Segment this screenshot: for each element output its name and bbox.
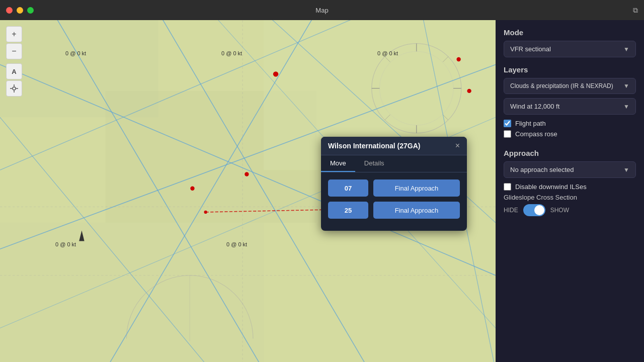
runway-row-25: 25 Final Approach [328, 202, 460, 219]
glideslope-label: Glideslope Cross Section [504, 194, 636, 201]
expand-icon: ⧉ [633, 6, 638, 14]
text-tool-button[interactable]: A [6, 63, 22, 79]
svg-point-35 [467, 89, 471, 93]
tab-move[interactable]: Move [321, 155, 355, 172]
glideslope-section: Glideslope Cross Section HIDE SHOW [504, 194, 636, 216]
airport-popup: Wilson International (27GA) × Move Detai… [321, 137, 467, 231]
map-controls: + − A [6, 26, 22, 97]
minimize-button[interactable] [17, 7, 23, 14]
compass-rose-checkbox[interactable] [504, 130, 511, 138]
popup-title: Wilson International (27GA) [328, 142, 420, 150]
toggle-show-label: SHOW [550, 207, 569, 214]
location-button[interactable] [6, 80, 22, 97]
runway-07-button[interactable]: 07 [328, 179, 368, 197]
svg-point-38 [13, 87, 16, 90]
tab-details[interactable]: Details [355, 155, 393, 172]
close-button[interactable] [6, 7, 13, 14]
toggle-thumb [534, 205, 544, 215]
wind-label-tr: 0 @ 0 kt [377, 50, 398, 56]
layers-dd1-selected: Clouds & precipitation (IR & NEXRAD) [510, 82, 613, 89]
popup-tabs: Move Details [321, 155, 467, 172]
approach-dropdown[interactable]: No approach selected ▼ [504, 161, 636, 178]
flight-path-checkbox[interactable] [504, 120, 511, 127]
svg-point-33 [204, 211, 207, 214]
window-title: Map [315, 7, 328, 14]
layers-dropdown-1[interactable]: Clouds & precipitation (IR & NEXRAD) ▼ [504, 78, 636, 94]
compass-rose-label: Compass rose [515, 130, 557, 138]
runway-25-button[interactable]: 25 [328, 202, 368, 219]
disable-downwind-label: Disable downwind ILSes [515, 183, 587, 191]
wind-label-tc: 0 @ 0 kt [221, 50, 242, 56]
mode-selected: VFR sectional [510, 45, 551, 53]
flight-path-label: Flight path [515, 120, 546, 127]
zoom-in-button[interactable]: + [6, 26, 22, 42]
map-area[interactable]: + − A 0 @ 0 kt 0 @ 0 kt 0 @ 0 kt 0 @ 0 k… [0, 20, 496, 362]
main-layout: + − A 0 @ 0 kt 0 @ 0 kt 0 @ 0 kt 0 @ 0 k… [0, 20, 644, 362]
compass-rose-row: Compass rose [504, 130, 636, 138]
maximize-button[interactable] [27, 7, 34, 14]
mode-label: Mode [504, 28, 636, 37]
popup-close-button[interactable]: × [455, 142, 460, 150]
title-bar-right: ⧉ [633, 6, 638, 15]
toggle-row: HIDE SHOW [504, 204, 636, 216]
wind-label-bc: 0 @ 0 kt [226, 241, 247, 247]
disable-downwind-checkbox[interactable] [504, 183, 511, 191]
runway-row-07: 07 Final Approach [328, 179, 460, 197]
glideslope-toggle[interactable] [523, 204, 545, 216]
svg-rect-4 [0, 223, 264, 362]
title-bar-buttons [6, 7, 34, 14]
mode-dropdown-arrow: ▼ [623, 46, 629, 53]
final-approach-25-button[interactable]: Final Approach [373, 202, 460, 219]
layers-label: Layers [504, 65, 636, 74]
approach-dropdown-arrow: ▼ [623, 166, 629, 173]
zoom-out-button[interactable]: − [6, 43, 22, 59]
mode-dropdown[interactable]: VFR sectional ▼ [504, 41, 636, 57]
popup-body: 07 Final Approach 25 Final Approach [321, 172, 467, 231]
mode-section: Mode VFR sectional ▼ [504, 28, 636, 57]
wind-label-tl: 0 @ 0 kt [65, 50, 86, 56]
popup-header: Wilson International (27GA) × [321, 137, 467, 155]
svg-point-32 [190, 187, 194, 191]
toggle-hide-label: HIDE [504, 207, 518, 214]
layers-dd2-selected: Wind at 12,000 ft [510, 103, 559, 110]
final-approach-07-button[interactable]: Final Approach [373, 179, 460, 197]
approach-section: Approach No approach selected ▼ Disable … [504, 149, 636, 216]
layers-dropdown-2[interactable]: Wind at 12,000 ft ▼ [504, 98, 636, 115]
layers-dd2-arrow: ▼ [623, 103, 629, 110]
svg-point-31 [245, 172, 249, 176]
disable-downwind-row: Disable downwind ILSes [504, 183, 636, 191]
svg-point-30 [273, 71, 278, 76]
svg-point-34 [456, 57, 460, 61]
right-panel: Mode VFR sectional ▼ Layers Clouds & pre… [496, 20, 644, 362]
approach-selected: No approach selected [510, 166, 574, 173]
flight-path-row: Flight path [504, 120, 636, 127]
wind-label-bl: 0 @ 0 kt [55, 241, 76, 247]
layers-section: Layers Clouds & precipitation (IR & NEXR… [504, 65, 636, 141]
approach-label: Approach [504, 149, 636, 157]
layers-dd1-arrow: ▼ [623, 82, 629, 89]
title-bar: Map ⧉ [0, 0, 644, 20]
